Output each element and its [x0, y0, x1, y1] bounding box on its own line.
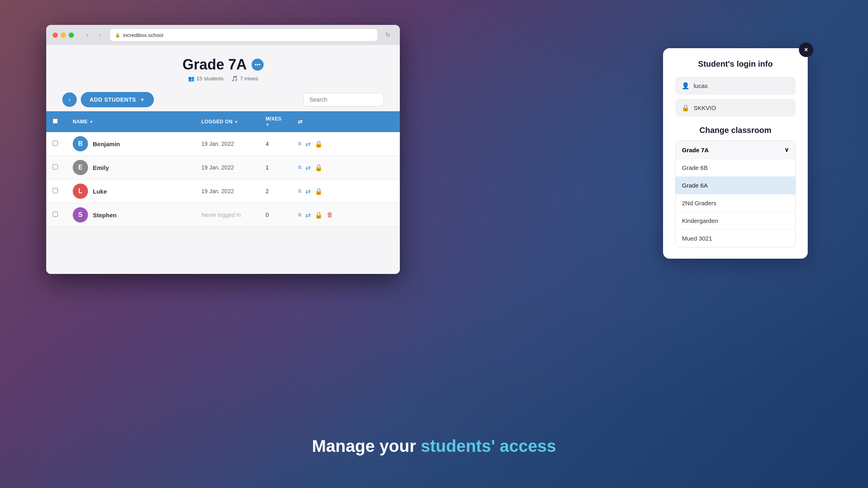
select-all-header[interactable] [46, 111, 66, 132]
lock-icon: 🔒 [115, 33, 121, 38]
forward-nav-button[interactable]: › [95, 30, 105, 40]
student-name: Stephen [93, 212, 117, 218]
transfer-icon[interactable]: ⇄ [305, 164, 311, 172]
username-value: lucas [694, 82, 708, 89]
bottom-text: Manage your students' access [0, 437, 868, 456]
class-title: Grade 7A [182, 56, 247, 73]
row-actions-cell: ≡ ⇄ 🔒 🗑 [291, 203, 400, 227]
student-avatar: L [73, 184, 88, 199]
close-traffic-light[interactable] [53, 33, 58, 38]
students-count-item: 👥 15 students [188, 76, 223, 82]
dropdown-item[interactable]: 2Nd Graders [676, 194, 795, 212]
lock-action-icon[interactable]: 🔒 [315, 164, 323, 172]
chevron-down-icon: ∨ [784, 146, 789, 153]
row-checkbox[interactable] [53, 212, 58, 217]
students-icon: 👥 [188, 76, 194, 82]
delete-icon[interactable]: 🗑 [327, 211, 333, 218]
transfer-icon[interactable]: ⇄ [305, 211, 311, 219]
class-title-row: Grade 7A ••• [62, 56, 384, 73]
mixes-column-header[interactable]: MIXES ▼ [259, 111, 291, 132]
transfer-icon[interactable]: ⇄ [305, 188, 311, 195]
row-checkbox-cell[interactable] [46, 156, 66, 180]
class-meta: 👥 15 students 🎵 7 mixes [62, 76, 384, 82]
student-name: Emily [93, 164, 109, 171]
dropdown-item[interactable]: Grade 6B [676, 159, 795, 176]
table-row[interactable]: S Stephen Never logged in 0 ≡ ⇄ 🔒 🗑 [46, 203, 400, 227]
logged-sort-icon: ▼ [234, 120, 238, 124]
row-checkbox[interactable] [53, 164, 58, 169]
playlist-icon[interactable]: ≡ [298, 188, 301, 195]
students-count: 15 students [197, 76, 223, 82]
minimize-traffic-light[interactable] [61, 33, 66, 38]
username-field: 👤 lucas [675, 77, 796, 95]
user-icon: 👤 [682, 82, 690, 90]
row-actions-cell: ≡ ⇄ 🔒 [291, 132, 400, 156]
toolbar: ‹ ADD STUDENTS ＋ [46, 88, 400, 111]
filter-column-header[interactable]: ⇄ [291, 111, 400, 132]
login-panel: × Student's login info 👤 lucas 🔒 SKKVIO … [663, 48, 808, 259]
dropdown-header[interactable]: Grade 7A ∨ [676, 141, 795, 159]
app-content: Grade 7A ••• 👥 15 students 🎵 7 mixes ‹ A… [46, 45, 400, 274]
back-button[interactable]: ‹ [62, 92, 77, 107]
dropdown-item[interactable]: Grade 6A [676, 176, 795, 194]
row-name-cell: L Luke [66, 180, 195, 203]
mixes-count: 7 mixes [240, 76, 258, 82]
students-tbody: B Benjamin 19 Jan. 2022 4 ≡ ⇄ 🔒 E [46, 132, 400, 227]
name-sort-icon: ▼ [89, 120, 93, 124]
search-input[interactable] [303, 93, 384, 106]
playlist-icon[interactable]: ≡ [298, 211, 301, 218]
classroom-dropdown[interactable]: Grade 7A ∨ Grade 6BGrade 6A2Nd GradersKi… [675, 141, 796, 247]
add-students-button[interactable]: ADD STUDENTS ＋ [81, 92, 154, 107]
mixes-sort-icon: ▼ [266, 123, 270, 127]
students-table: NAME ▼ LOGGED ON ▼ MIXES ▼ ⇄ [46, 111, 400, 227]
filter-icon: ⇄ [298, 118, 303, 125]
row-mixes-cell: 2 [259, 180, 291, 203]
lock-action-icon[interactable]: 🔒 [315, 211, 323, 219]
playlist-icon[interactable]: ≡ [298, 164, 301, 171]
bottom-text-highlight: students' access [421, 437, 556, 455]
row-logged-cell: 19 Jan. 2022 [195, 132, 259, 156]
refresh-button[interactable]: ↻ [382, 29, 393, 41]
dropdown-item[interactable]: Mued 3021 [676, 229, 795, 247]
table-row[interactable]: L Luke 19 Jan. 2022 2 ≡ ⇄ 🔒 [46, 180, 400, 203]
row-actions-cell: ≡ ⇄ 🔒 [291, 180, 400, 203]
table-row[interactable]: B Benjamin 19 Jan. 2022 4 ≡ ⇄ 🔒 [46, 132, 400, 156]
more-button[interactable]: ••• [252, 59, 264, 71]
lock-action-icon[interactable]: 🔒 [315, 140, 323, 148]
app-header: Grade 7A ••• 👥 15 students 🎵 7 mixes [46, 45, 400, 88]
logged-on-column-header[interactable]: LOGGED ON ▼ [195, 111, 259, 132]
row-mixes-cell: 0 [259, 203, 291, 227]
row-checkbox-cell[interactable] [46, 180, 66, 203]
student-avatar: S [73, 207, 88, 223]
select-all-checkbox[interactable] [53, 118, 58, 124]
row-checkbox-cell[interactable] [46, 132, 66, 156]
student-avatar: B [73, 136, 88, 151]
dropdown-item[interactable]: Kindergarden [676, 212, 795, 229]
student-name: Luke [93, 188, 107, 195]
lock-action-icon[interactable]: 🔒 [315, 188, 323, 195]
maximize-traffic-light[interactable] [69, 33, 74, 38]
table-row[interactable]: E Emily 19 Jan. 2022 1 ≡ ⇄ 🔒 [46, 156, 400, 180]
back-nav-button[interactable]: ‹ [82, 30, 92, 40]
row-mixes-cell: 4 [259, 132, 291, 156]
row-name-cell: S Stephen [66, 203, 195, 227]
dropdown-items-container: Grade 6BGrade 6A2Nd GradersKindergardenM… [676, 159, 795, 247]
name-column-header[interactable]: NAME ▼ [66, 111, 195, 132]
panel-title: Student's login info [675, 59, 796, 69]
row-logged-cell: 19 Jan. 2022 [195, 180, 259, 203]
row-actions-cell: ≡ ⇄ 🔒 [291, 156, 400, 180]
url-text: incredibox.school [123, 32, 163, 38]
close-panel-button[interactable]: × [799, 43, 813, 57]
row-checkbox-cell[interactable] [46, 203, 66, 227]
table-header-row: NAME ▼ LOGGED ON ▼ MIXES ▼ ⇄ [46, 111, 400, 132]
transfer-icon[interactable]: ⇄ [305, 140, 311, 148]
password-value: SKKVIO [694, 104, 716, 111]
nav-buttons: ‹ › [82, 30, 105, 40]
row-checkbox[interactable] [53, 141, 58, 146]
row-checkbox[interactable] [53, 188, 58, 193]
student-name: Benjamin [93, 141, 120, 147]
address-bar[interactable]: 🔒 incredibox.school [110, 29, 377, 41]
lock-field-icon: 🔒 [682, 104, 690, 112]
browser-window: ‹ › 🔒 incredibox.school ↻ Grade 7A ••• 👥… [46, 25, 400, 274]
playlist-icon[interactable]: ≡ [298, 140, 301, 147]
